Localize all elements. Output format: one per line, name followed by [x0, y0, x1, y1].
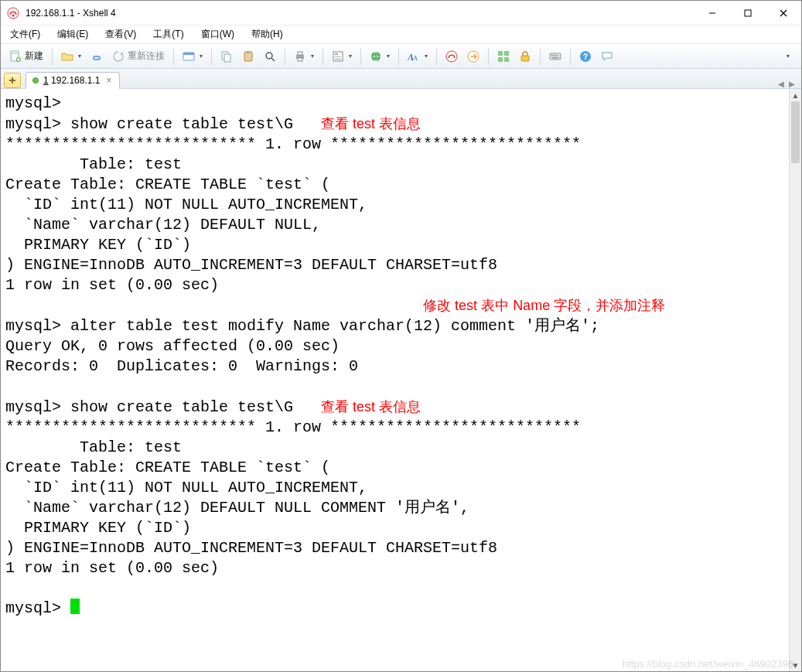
chevron-down-icon: ▾ [349, 53, 352, 60]
annotation: 查看 test 表信息 [321, 399, 421, 414]
terminal-line: mysql> show create table test\G [5, 398, 293, 416]
new-session-label: 新建 [25, 49, 43, 63]
link-button[interactable] [87, 47, 107, 66]
terminal-line: ) ENGINE=InnoDB AUTO_INCREMENT=3 DEFAULT… [5, 256, 497, 274]
chevron-down-icon: ▾ [311, 53, 314, 60]
maximize-button[interactable] [730, 1, 766, 25]
terminal-line: `ID` int(11) NOT NULL AUTO_INCREMENT, [5, 196, 367, 213]
link-icon [90, 50, 103, 63]
status-dot-icon [32, 77, 39, 84]
scroll-up-button[interactable]: ▲ [790, 89, 801, 101]
folder-open-icon [61, 50, 73, 63]
tabstrip: 1 192.168.1.1 × ◀ ▶ [1, 69, 801, 89]
svg-point-1 [12, 14, 14, 16]
print-button[interactable]: ▾ [290, 47, 318, 66]
printer-icon [294, 50, 306, 63]
toolbar-separator [323, 48, 323, 65]
terminal-line: mysql> [5, 94, 61, 112]
tab-scroll-left-button[interactable]: ◀ [778, 80, 784, 88]
reconnect-button[interactable]: 重新连接 [108, 47, 169, 66]
terminal-line: *************************** 1. row *****… [5, 135, 581, 153]
menu-tools[interactable]: 工具(T) [150, 26, 186, 43]
keyboard-icon [549, 50, 561, 63]
xshell-button[interactable] [442, 47, 462, 66]
svg-rect-12 [183, 53, 194, 55]
svg-rect-37 [551, 55, 553, 56]
menu-help[interactable]: 帮助(H) [248, 26, 286, 43]
vertical-scrollbar[interactable]: ▲ ▼ [789, 89, 801, 671]
open-button[interactable]: ▾ [57, 47, 85, 66]
terminal-line: mysql> show create table test\G [5, 115, 293, 133]
menu-edit[interactable]: 编辑(E) [54, 26, 91, 43]
svg-rect-23 [335, 53, 338, 55]
tab-nav: ◀ ▶ [778, 80, 798, 88]
svg-point-29 [446, 51, 457, 62]
scroll-track[interactable] [790, 101, 801, 659]
chevron-down-icon: ▾ [78, 53, 81, 60]
tile-button[interactable] [493, 47, 514, 66]
new-tab-button[interactable] [4, 73, 21, 88]
paste-icon [242, 50, 254, 63]
lock-button[interactable] [515, 47, 535, 66]
terminal-line: Table: test [5, 155, 182, 173]
toolbar-separator [285, 48, 285, 65]
svg-rect-38 [554, 55, 555, 56]
terminal-line: Create Table: CREATE TABLE `test` ( [5, 459, 330, 476]
globe-icon [370, 50, 382, 63]
session-tab[interactable]: 1 192.168.1.1 × [26, 72, 120, 89]
toolbar-separator [570, 48, 571, 65]
menu-view[interactable]: 查看(V) [102, 26, 139, 43]
minimize-button[interactable] [694, 1, 730, 25]
menubar: 文件(F) 编辑(E) 查看(V) 工具(T) 窗口(W) 帮助(H) [1, 26, 801, 44]
xftp-button[interactable] [463, 47, 483, 66]
scroll-thumb[interactable] [791, 101, 800, 163]
lock-icon [519, 50, 531, 63]
terminal[interactable]: mysql> mysql> show create table test\G 查… [1, 89, 789, 671]
help-button[interactable]: ? [575, 47, 596, 66]
font-icon: AA [408, 50, 420, 63]
svg-rect-16 [247, 51, 250, 53]
help-icon: ? [579, 50, 592, 63]
paste-button[interactable] [238, 47, 258, 66]
keyboard-button[interactable] [545, 47, 565, 66]
svg-rect-32 [504, 51, 509, 56]
toolbar-separator [211, 48, 212, 65]
reconnect-icon [112, 50, 125, 63]
toolbar-separator [52, 48, 53, 65]
plus-icon [9, 77, 16, 84]
terminal-line: `Name` varchar(12) DEFAULT NULL COMMENT … [5, 499, 469, 517]
sessions-button[interactable]: ▾ [179, 47, 206, 66]
toolbar: 新建 ▾ 重新连接 ▾ ▾ ▾ ▾ AA▾ [1, 44, 801, 69]
copy-icon [220, 50, 233, 63]
close-button[interactable] [766, 1, 801, 25]
chevron-down-icon: ▾ [387, 53, 390, 60]
terminal-line [5, 297, 15, 315]
properties-button[interactable]: ▾ [328, 47, 356, 66]
menu-window[interactable]: 窗口(W) [198, 26, 237, 43]
reconnect-label: 重新连接 [128, 49, 165, 63]
terminal-line: *************************** 1. row *****… [5, 418, 581, 436]
menu-file[interactable]: 文件(F) [7, 26, 43, 43]
chevron-down-icon: ▾ [787, 53, 790, 60]
toolbar-overflow-button[interactable]: ▾ [778, 47, 797, 66]
terminal-line: Table: test [5, 438, 182, 456]
feedback-button[interactable] [597, 47, 617, 66]
font-button[interactable]: AA▾ [404, 47, 432, 66]
svg-rect-31 [498, 51, 503, 56]
svg-rect-14 [224, 54, 230, 62]
tab-close-button[interactable]: × [104, 75, 113, 86]
copy-button[interactable] [217, 47, 237, 66]
svg-rect-25 [335, 59, 341, 60]
new-session-button[interactable]: 新建 [5, 47, 47, 66]
tab-scroll-right-button[interactable]: ▶ [789, 80, 795, 88]
web-button[interactable]: ▾ [366, 47, 394, 66]
xftp-icon [467, 50, 479, 63]
find-button[interactable] [260, 47, 280, 66]
app-window: 192.168.1.1 - Xshell 4 文件(F) 编辑(E) 查看(V)… [0, 0, 802, 672]
terminal-line: Query OK, 0 rows affected (0.00 sec) [5, 337, 340, 355]
terminal-line: `Name` varchar(12) DEFAULT NULL, [5, 216, 321, 234]
terminal-line: ) ENGINE=InnoDB AUTO_INCREMENT=3 DEFAULT… [5, 539, 497, 557]
toolbar-separator [173, 48, 174, 65]
svg-rect-21 [298, 58, 302, 61]
new-file-icon [9, 50, 22, 63]
